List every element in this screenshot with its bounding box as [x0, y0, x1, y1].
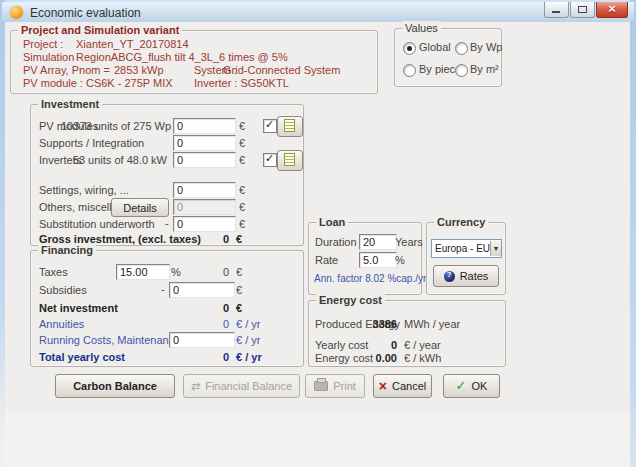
- loan-group-title: Loan: [316, 215, 348, 229]
- others-currency-unit: €: [239, 201, 245, 213]
- loan-duration-input[interactable]: [359, 234, 397, 250]
- minimize-icon[interactable]: [544, 2, 569, 18]
- settings-wiring-input[interactable]: [173, 182, 236, 198]
- maximize-icon[interactable]: [570, 2, 595, 18]
- radio-global[interactable]: [403, 42, 416, 55]
- currency-selected-value: Europa - EU: [432, 243, 490, 254]
- running-costs-input[interactable]: [169, 332, 235, 348]
- chevron-down-icon[interactable]: [490, 241, 501, 256]
- taxes-percent-unit: %: [171, 266, 181, 278]
- ok-button[interactable]: ✓ OK: [443, 374, 500, 398]
- substitution-currency-unit: €: [239, 218, 245, 230]
- cancel-label: Cancel: [392, 380, 426, 392]
- settings-wiring-label: Settings, wiring, ...: [39, 184, 129, 196]
- loan-groupbox: Loan Duration Years Rate % Ann. factor 8…: [308, 222, 422, 295]
- ok-check-icon: ✓: [456, 381, 467, 391]
- carbon-balance-label: Carbon Balance: [73, 380, 157, 392]
- total-yearly-cost-label: Total yearly cost: [39, 351, 125, 363]
- close-icon[interactable]: [596, 2, 628, 18]
- window-title: Economic evaluation: [30, 6, 141, 20]
- pv-modules-currency-unit: €: [239, 120, 245, 132]
- rates-button[interactable]: Rates: [433, 265, 499, 287]
- inverters-checkbox[interactable]: [263, 153, 277, 167]
- pv-modules-doc-button[interactable]: [277, 116, 303, 137]
- taxes-input[interactable]: [116, 264, 170, 280]
- investment-groupbox: Investment PV modules 10373 units of 275…: [30, 104, 304, 246]
- gross-investment-value: 0: [191, 233, 229, 245]
- annuities-unit: € / yr: [236, 318, 260, 330]
- settings-currency-unit: €: [239, 184, 245, 196]
- radio-by-m2[interactable]: [455, 64, 468, 77]
- radio-by-m2-label[interactable]: By m²: [470, 63, 499, 75]
- others-misc-input[interactable]: [173, 199, 236, 215]
- print-label: Print: [333, 380, 356, 392]
- cancel-x-icon: ×: [379, 381, 387, 391]
- radio-by-piece[interactable]: [403, 64, 416, 77]
- values-groupbox: Values Global By Wp By piece By m²: [394, 28, 502, 87]
- details-button[interactable]: Details: [111, 198, 169, 217]
- produced-energy-unit: MWh / year: [404, 318, 460, 330]
- simulation-label: Simulation: [23, 51, 74, 63]
- document-icon: [284, 153, 295, 166]
- cancel-button[interactable]: × Cancel: [373, 374, 432, 398]
- dialog-empty-area: [5, 412, 630, 467]
- financing-group-title: Financing: [38, 243, 96, 257]
- net-investment-unit: €: [236, 302, 242, 314]
- substitution-input[interactable]: [173, 216, 236, 232]
- print-button[interactable]: Print: [305, 374, 365, 398]
- radio-by-wp[interactable]: [455, 42, 468, 55]
- globe-icon: [444, 271, 455, 282]
- pv-modules-cost-input[interactable]: [173, 118, 236, 134]
- project-group-title: Project and Simulation variant: [18, 23, 182, 37]
- carbon-balance-button[interactable]: Carbon Balance: [55, 374, 175, 398]
- taxes-currency-unit: €: [236, 266, 242, 278]
- project-groupbox: Project and Simulation variant Project :…: [10, 30, 378, 94]
- supports-label: Supports / Integration: [39, 137, 144, 149]
- supports-currency-unit: €: [239, 137, 245, 149]
- pvsyst-sun-icon: [10, 6, 23, 19]
- subsidies-minus-sign: -: [161, 283, 165, 295]
- supports-cost-input[interactable]: [173, 135, 236, 151]
- net-investment-value: 0: [191, 302, 229, 314]
- inverters-currency-unit: €: [239, 154, 245, 166]
- yearly-cost-unit: € / year: [404, 339, 441, 351]
- title-bar[interactable]: Economic evaluation: [2, 2, 634, 23]
- inverters-cost-input[interactable]: [173, 152, 236, 168]
- loan-rate-input[interactable]: [359, 252, 397, 268]
- printer-icon: [314, 381, 328, 391]
- running-costs-unit: € / yr: [236, 334, 260, 346]
- window-controls: [543, 2, 628, 18]
- financial-balance-button[interactable]: ⇄ Financial Balance: [183, 374, 300, 398]
- loan-rate-unit: %: [395, 254, 405, 266]
- energy-cost-unit: € / kWh: [404, 352, 441, 364]
- system-value: Grid-Connected System: [223, 64, 340, 76]
- loan-rate-label: Rate: [315, 254, 338, 266]
- window-border-right: [630, 0, 636, 467]
- radio-global-label[interactable]: Global: [419, 41, 451, 53]
- loan-duration-label: Duration: [315, 236, 357, 248]
- radio-by-wp-label[interactable]: By Wp: [470, 41, 502, 53]
- loan-annuity-factor: Ann. factor 8.02 %cap./yr: [314, 273, 426, 284]
- pv-modules-checkbox[interactable]: [263, 119, 277, 133]
- subsidies-label: Subsidies: [39, 284, 87, 296]
- subsidies-input[interactable]: [169, 282, 235, 298]
- pv-module-label: PV module : CS6K - 275P MIX: [23, 77, 173, 89]
- currency-dropdown[interactable]: Europa - EU: [431, 239, 502, 258]
- subsidies-currency-unit: €: [236, 284, 242, 296]
- rates-button-label: Rates: [460, 270, 489, 282]
- screen-background: Economic evaluation Project and Simulati…: [0, 0, 636, 467]
- currency-groupbox: Currency Europa - EU Rates: [426, 222, 506, 295]
- project-label: Project :: [23, 38, 63, 50]
- loan-duration-unit: Years: [395, 236, 423, 248]
- inverters-doc-button[interactable]: [277, 150, 303, 171]
- financing-groupbox: Financing Taxes % 0 € Subsidies - € Net …: [30, 250, 304, 367]
- inverters-qty: 53 units of 48.0 kW: [61, 154, 167, 166]
- values-group-title: Values: [402, 21, 441, 35]
- produced-energy-value: 3386: [359, 318, 397, 330]
- pv-modules-qty: 10373 units of 275 Wp: [61, 120, 167, 132]
- annuities-value: 0: [191, 318, 229, 330]
- investment-group-title: Investment: [38, 97, 102, 111]
- energy-cost-group-title: Energy cost: [316, 293, 385, 307]
- taxes-amount: 0: [191, 266, 229, 278]
- energy-cost-groupbox: Energy cost Produced Energy 3386 MWh / y…: [308, 300, 506, 367]
